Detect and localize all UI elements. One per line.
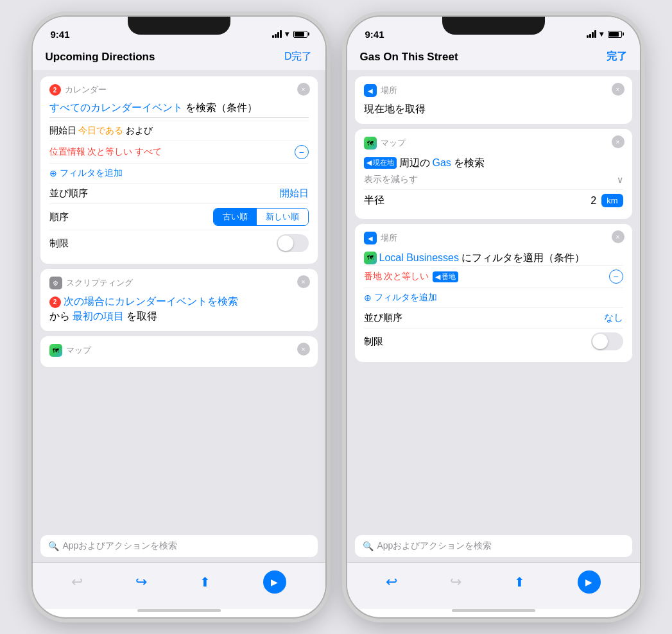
- sort-label-2: 並び順序: [364, 312, 402, 324]
- search-inner-1: 🔍 Appおよびアクションを検索: [40, 535, 318, 557]
- radius-num[interactable]: 2: [590, 195, 596, 207]
- home-indicator-1: [137, 609, 221, 612]
- maps-icon-1: 🗺: [49, 344, 62, 357]
- chevron-icon: ∨: [617, 175, 623, 185]
- maps-search-card: 🗺 マップ × ◀現在地 周辺の Gas を検索 表示を減らす ∨: [355, 129, 632, 219]
- nav-title-2: Gas On This Street: [360, 51, 458, 64]
- undo-btn-1[interactable]: ↩: [71, 574, 83, 590]
- category-maps-2: マップ: [381, 137, 406, 149]
- order-old[interactable]: 古い順: [214, 209, 257, 225]
- badge-2b: 2: [49, 296, 61, 308]
- filter-card: ◀ 場所 × 🗺 Local Businesses にフィルタを適用（条件） 番…: [355, 224, 632, 362]
- signal-icon-2: [587, 30, 596, 38]
- limit-label-2: 制限: [364, 336, 383, 348]
- highlight-all-events: すべてのカレンダーイベント: [49, 102, 183, 113]
- date-filter-label: 開始日 今日である および: [49, 125, 153, 137]
- action-title-1: すべてのカレンダーイベント を検索（条件）: [49, 101, 309, 115]
- maps-icon-3: 🗺: [364, 252, 377, 264]
- category-scripting: スクリプティング: [66, 277, 133, 289]
- badge-2: 2: [49, 84, 61, 96]
- close-btn-3[interactable]: ×: [297, 343, 310, 356]
- wifi-icon-1: ▾: [285, 30, 289, 39]
- share-btn-1[interactable]: ⬆: [200, 574, 211, 590]
- phone-2: 9:41 ▾ Gas On This Street 完了 ◀ 場所 ×: [346, 15, 641, 619]
- address-badge: ◀番地: [433, 271, 458, 282]
- status-time-2: 9:41: [365, 29, 384, 40]
- limit-label: 制限: [49, 237, 69, 250]
- nav-bar-2: Gas On This Street 完了: [347, 45, 640, 70]
- close-btn-1[interactable]: ×: [297, 83, 310, 96]
- filter-title: 🗺 Local Businesses にフィルタを適用（条件）: [364, 250, 623, 265]
- order-new[interactable]: 新しい順: [257, 209, 308, 225]
- date-filter-row: 開始日 今日である および: [49, 121, 309, 141]
- location-card: ◀ 場所 × 現在地を取得: [355, 76, 632, 124]
- wifi-icon-2: ▾: [599, 30, 603, 39]
- limit-row: 制限: [49, 230, 309, 256]
- order-label: 順序: [49, 211, 69, 223]
- search-icon-1: 🔍: [48, 541, 59, 551]
- location-title: 現在地を取得: [364, 102, 623, 116]
- search-placeholder-2[interactable]: Appおよびアクションを検索: [377, 540, 492, 552]
- scripting-icon: ⚙: [49, 277, 62, 289]
- sort-row: 並び順序 開始日: [49, 183, 309, 203]
- category-calendar: カレンダー: [65, 84, 107, 96]
- current-location-badge: ◀現在地: [364, 157, 397, 168]
- category-location-1: 場所: [381, 85, 397, 96]
- radius-value-group: 2 km: [590, 194, 623, 207]
- close-btn-2[interactable]: ×: [297, 275, 310, 288]
- redo-btn-2[interactable]: ↪: [450, 574, 461, 590]
- order-segment[interactable]: 古い順 新しい順: [213, 208, 309, 226]
- status-icons-2: ▾: [587, 30, 622, 39]
- maps-partial-card: 🗺 マップ ×: [40, 336, 318, 367]
- close-btn-6[interactable]: ×: [612, 230, 625, 243]
- calendar-search-card: 2 カレンダー × すべてのカレンダーイベント を検索（条件） 開始日 今日であ…: [40, 76, 318, 264]
- scripting-title-1: 次の場合にカレンダーイベントを検索: [64, 295, 238, 309]
- limit-row-2: 制限: [364, 328, 623, 354]
- add-filter-1[interactable]: ⊕ フィルタを追加: [49, 163, 309, 183]
- bottom-toolbar-2: ↩ ↪ ⬆ ▶: [347, 562, 640, 609]
- notch-1: [128, 17, 230, 35]
- close-btn-5[interactable]: ×: [612, 135, 625, 148]
- redo-btn-1[interactable]: ↪: [135, 574, 147, 590]
- radius-unit[interactable]: km: [601, 194, 623, 207]
- close-btn-4[interactable]: ×: [612, 83, 625, 96]
- add-filter-2[interactable]: ⊕ フィルタを追加: [364, 287, 623, 307]
- category-location-2: 場所: [381, 232, 397, 244]
- order-row: 順序 古い順 新しい順: [49, 203, 309, 230]
- minus-btn-2[interactable]: −: [609, 270, 623, 284]
- search-placeholder-1[interactable]: Appおよびアクションを検索: [63, 540, 178, 552]
- limit-toggle-2[interactable]: [591, 332, 623, 350]
- location-filter-label: 位置情報 次と等しい すべて: [49, 146, 162, 158]
- limit-toggle[interactable]: [277, 234, 309, 252]
- phone-1: 9:41 ▾ Upcoming Directions D完了 2 カレンダー: [31, 15, 327, 619]
- nav-title-1: Upcoming Directions: [46, 51, 155, 64]
- home-indicator-2: [452, 609, 535, 612]
- scripting-card: ⚙ スクリプティング × 2 次の場合にカレンダーイベントを検索 から 最初の項…: [40, 269, 318, 331]
- nav-btn-2[interactable]: 完了: [607, 50, 627, 64]
- sort-value[interactable]: 開始日: [280, 187, 309, 200]
- signal-icon-1: [272, 30, 282, 38]
- share-btn-2[interactable]: ⬆: [514, 574, 525, 590]
- notch-2: [442, 17, 545, 35]
- status-icons-1: ▾: [272, 30, 307, 39]
- sort-label: 並び順序: [49, 187, 88, 200]
- battery-icon-1: [293, 31, 307, 38]
- play-btn-2[interactable]: ▶: [578, 570, 601, 594]
- undo-btn-2[interactable]: ↩: [386, 574, 397, 590]
- search-bar-2: 🔍 Appおよびアクションを検索: [347, 530, 640, 562]
- show-less-row[interactable]: 表示を減らす ∨: [364, 170, 623, 189]
- maps-icon-2: 🗺: [364, 137, 377, 150]
- search-inner-2: 🔍 Appおよびアクションを検索: [355, 535, 632, 557]
- nav-bar-1: Upcoming Directions D完了: [33, 45, 325, 70]
- location-icon-1: ◀: [364, 84, 377, 97]
- location-filter-row: 位置情報 次と等しい すべて −: [49, 141, 309, 163]
- nav-btn-1[interactable]: D完了: [284, 50, 313, 64]
- play-btn-1[interactable]: ▶: [263, 570, 286, 594]
- search-icon-2: 🔍: [363, 541, 374, 551]
- main-content-1: 2 カレンダー × すべてのカレンダーイベント を検索（条件） 開始日 今日であ…: [33, 70, 325, 530]
- radius-label: 半径: [364, 194, 384, 207]
- sort-value-2[interactable]: なし: [604, 312, 623, 324]
- minus-btn-1[interactable]: −: [295, 145, 309, 159]
- battery-icon-2: [608, 31, 622, 38]
- location-icon-2: ◀: [364, 232, 377, 244]
